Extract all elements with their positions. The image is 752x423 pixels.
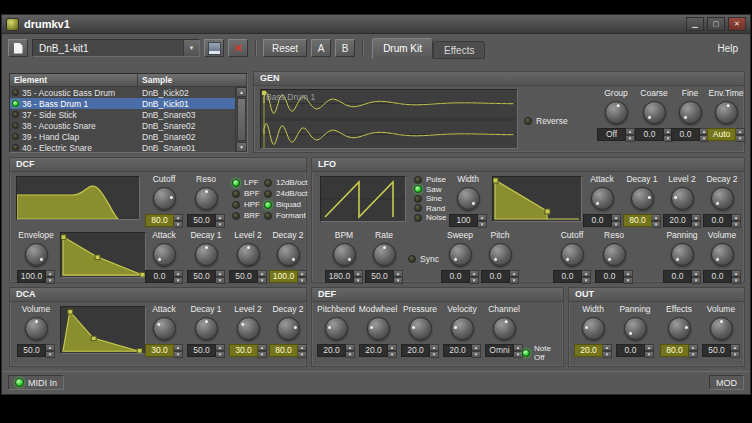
spin-buttons[interactable]: ▲▼	[430, 344, 439, 357]
cutoff-knob[interactable]	[561, 243, 584, 266]
element-row[interactable]: 40 - Electric SnareDnB_Snare01	[10, 142, 247, 153]
radio-rand[interactable]: Rand	[414, 204, 446, 214]
decay-2-knob[interactable]	[277, 243, 300, 266]
titlebar[interactable]: drumkv1 ▁ ▢ ✕	[2, 15, 750, 34]
spin-up-icon[interactable]: ▲	[174, 214, 183, 221]
spin-up-icon[interactable]: ▲	[174, 344, 183, 351]
decay-1-value[interactable]: 50.0▲▼	[187, 270, 225, 283]
channel-knob[interactable]	[493, 317, 516, 340]
spin-up-icon[interactable]: ▲	[645, 344, 654, 351]
spin-up-icon[interactable]: ▲	[216, 214, 225, 221]
decay-2-knob[interactable]	[711, 187, 734, 210]
volume-knob[interactable]	[711, 243, 734, 266]
radio-formant[interactable]: Formant	[264, 210, 308, 221]
spin-up-icon[interactable]: ▲	[692, 270, 701, 277]
spin-buttons[interactable]: ▲▼	[732, 214, 741, 227]
pitchbend-value[interactable]: 20.0▲▼	[317, 344, 355, 357]
spin-up-icon[interactable]: ▲	[388, 344, 397, 351]
spin-up-icon[interactable]: ▲	[174, 270, 183, 277]
sample-waveform-display[interactable]: Bass Drum 1	[260, 89, 518, 149]
spin-buttons[interactable]: ▲▼	[652, 214, 661, 227]
element-row[interactable]: 39 - Hand ClapDnB_Snare02	[10, 131, 247, 142]
scroll-up-icon[interactable]: ▲	[236, 87, 247, 97]
fine-value[interactable]: 0.0▲▼	[671, 128, 709, 141]
spin-up-icon[interactable]: ▲	[216, 270, 225, 277]
spin-up-icon[interactable]: ▲	[298, 270, 307, 277]
modwheel-knob[interactable]	[367, 317, 390, 340]
spin-up-icon[interactable]: ▲	[692, 214, 701, 221]
spin-up-icon[interactable]: ▲	[624, 270, 633, 277]
lfo-shape-graph[interactable]	[320, 176, 406, 222]
radio-hpf[interactable]: HPF	[232, 199, 260, 210]
spin-buttons[interactable]: ▲▼	[510, 270, 519, 283]
spin-down-icon[interactable]: ▼	[510, 277, 519, 284]
spin-down-icon[interactable]: ▼	[603, 351, 612, 358]
spin-down-icon[interactable]: ▼	[298, 277, 307, 284]
spin-up-icon[interactable]: ▲	[430, 344, 439, 351]
radio-lpf[interactable]: LPF	[232, 177, 260, 188]
combo-dropdown-icon[interactable]: ▼	[183, 40, 199, 56]
spin-up-icon[interactable]: ▲	[736, 128, 745, 135]
decay-1-value[interactable]: 50.0▲▼	[187, 344, 225, 357]
reset-button[interactable]: Reset	[263, 39, 307, 57]
radio-biquad[interactable]: Biquad	[264, 199, 308, 210]
cutoff-knob[interactable]	[153, 187, 176, 210]
spin-up-icon[interactable]: ▲	[732, 214, 741, 221]
attack-knob[interactable]	[591, 187, 614, 210]
reso-knob[interactable]	[603, 243, 626, 266]
spin-buttons[interactable]: ▲▼	[174, 344, 183, 357]
panning-value[interactable]: 0.0▲▼	[616, 344, 654, 357]
spin-down-icon[interactable]: ▼	[732, 221, 741, 228]
delete-preset-button[interactable]: ✕	[228, 39, 248, 57]
minimize-button[interactable]: ▁	[686, 17, 704, 31]
spin-down-icon[interactable]: ▼	[216, 221, 225, 228]
attack-value[interactable]: 30.0▲▼	[145, 344, 183, 357]
spin-up-icon[interactable]: ▲	[354, 270, 363, 277]
scroll-down-icon[interactable]: ▼	[236, 142, 247, 152]
spin-up-icon[interactable]: ▲	[394, 270, 403, 277]
rate-value[interactable]: 50.0▲▼	[365, 270, 403, 283]
note-off-checkbox[interactable]: Note Off	[522, 344, 563, 362]
radio-brf[interactable]: BRF	[232, 210, 260, 221]
spin-up-icon[interactable]: ▲	[216, 344, 225, 351]
sweep-value[interactable]: 0.0▲▼	[441, 270, 479, 283]
element-row[interactable]: 37 - Side StickDnB_Snare03	[10, 109, 247, 120]
radio-bpf[interactable]: BPF	[232, 188, 260, 199]
spin-buttons[interactable]: ▲▼	[46, 344, 55, 357]
spin-up-icon[interactable]: ▲	[472, 344, 481, 351]
spin-buttons[interactable]: ▲▼	[388, 344, 397, 357]
spin-buttons[interactable]: ▲▼	[174, 270, 183, 283]
reso-value[interactable]: 50.0▲▼	[187, 214, 225, 227]
save-preset-button[interactable]	[204, 39, 224, 57]
attack-knob[interactable]	[153, 317, 176, 340]
envelope-value[interactable]: 100.0▲▼	[17, 270, 55, 283]
spin-up-icon[interactable]: ▲	[46, 270, 55, 277]
spin-down-icon[interactable]: ▼	[216, 277, 225, 284]
bpm-knob[interactable]	[333, 243, 356, 266]
group-value[interactable]: Off▲▼	[597, 128, 635, 141]
spin-up-icon[interactable]: ▲	[478, 214, 487, 221]
spin-down-icon[interactable]: ▼	[470, 277, 479, 284]
pressure-value[interactable]: 20.0▲▼	[401, 344, 439, 357]
spin-down-icon[interactable]: ▼	[394, 277, 403, 284]
spin-buttons[interactable]: ▲▼	[258, 344, 267, 357]
spin-down-icon[interactable]: ▼	[258, 277, 267, 284]
sync-checkbox[interactable]: Sync	[408, 254, 439, 264]
cutoff-value[interactable]: 0.0▲▼	[553, 270, 591, 283]
lfo-envelope-graph[interactable]	[492, 176, 582, 222]
spin-down-icon[interactable]: ▼	[624, 277, 633, 284]
scroll-thumb[interactable]	[237, 98, 246, 141]
spin-buttons[interactable]: ▲▼	[692, 270, 701, 283]
spin-buttons[interactable]: ▲▼	[346, 344, 355, 357]
list-scrollbar[interactable]: ▲ ▼	[235, 87, 247, 152]
volume-knob[interactable]	[710, 317, 733, 340]
dcf-envelope-graph[interactable]	[60, 232, 146, 278]
pitchbend-knob[interactable]	[325, 317, 348, 340]
envelope-knob[interactable]	[25, 243, 48, 266]
decay-2-knob[interactable]	[277, 317, 300, 340]
spin-up-icon[interactable]: ▲	[612, 214, 621, 221]
column-sample[interactable]: Sample	[138, 74, 247, 87]
spin-down-icon[interactable]: ▼	[174, 221, 183, 228]
spin-down-icon[interactable]: ▼	[692, 277, 701, 284]
group-knob[interactable]	[605, 101, 628, 124]
